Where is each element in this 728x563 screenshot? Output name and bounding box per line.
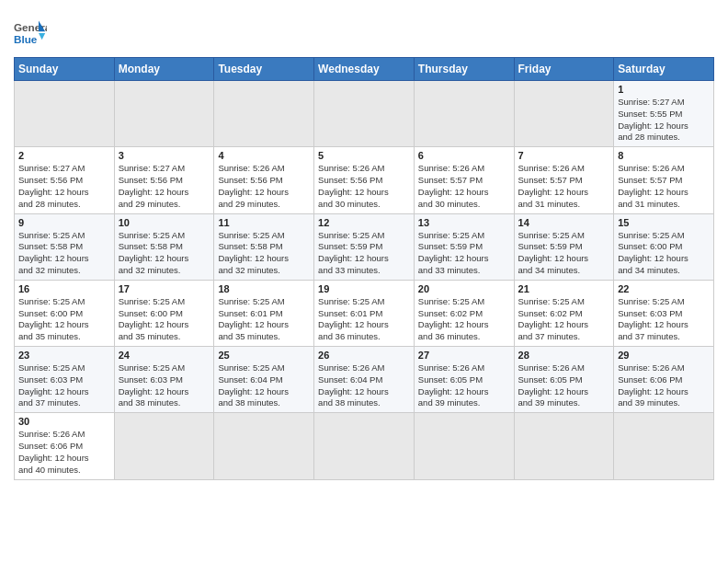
- day-number: 23: [18, 350, 110, 361]
- calendar-cell: 11Sunrise: 5:25 AMSunset: 5:58 PMDayligh…: [214, 213, 314, 280]
- svg-text:Blue: Blue: [14, 33, 38, 45]
- calendar-week: 9Sunrise: 5:25 AMSunset: 5:58 PMDaylight…: [15, 213, 714, 280]
- calendar-cell: 21Sunrise: 5:25 AMSunset: 6:02 PMDayligh…: [514, 280, 614, 346]
- day-info: Sunrise: 5:26 AMSunset: 5:57 PMDaylight:…: [618, 163, 710, 210]
- day-number: 20: [418, 283, 510, 294]
- day-number: 2: [18, 150, 110, 161]
- day-number: 9: [18, 217, 110, 228]
- calendar-cell: 13Sunrise: 5:25 AMSunset: 5:59 PMDayligh…: [414, 213, 514, 280]
- calendar-cell: [414, 413, 514, 479]
- day-number: 8: [618, 150, 710, 161]
- calendar-cell: 22Sunrise: 5:25 AMSunset: 6:03 PMDayligh…: [614, 280, 714, 346]
- day-info: Sunrise: 5:26 AMSunset: 5:57 PMDaylight:…: [418, 163, 510, 210]
- day-number: 12: [318, 217, 410, 228]
- calendar-cell: 30Sunrise: 5:26 AMSunset: 6:06 PMDayligh…: [15, 413, 115, 479]
- day-number: 11: [218, 217, 310, 228]
- calendar-cell: 28Sunrise: 5:26 AMSunset: 6:05 PMDayligh…: [514, 347, 614, 413]
- calendar-week: 30Sunrise: 5:26 AMSunset: 6:06 PMDayligh…: [15, 413, 714, 479]
- calendar-cell: 20Sunrise: 5:25 AMSunset: 6:02 PMDayligh…: [414, 280, 514, 346]
- weekday-header: Monday: [114, 58, 214, 81]
- page-header: General Blue: [14, 9, 714, 50]
- calendar-cell: 16Sunrise: 5:25 AMSunset: 6:00 PMDayligh…: [15, 280, 115, 346]
- day-number: 27: [418, 350, 510, 361]
- logo: General Blue: [14, 17, 47, 50]
- day-number: 4: [218, 150, 310, 161]
- calendar-week: 2Sunrise: 5:27 AMSunset: 5:56 PMDaylight…: [15, 147, 714, 213]
- day-number: 19: [318, 283, 410, 294]
- calendar-cell: 2Sunrise: 5:27 AMSunset: 5:56 PMDaylight…: [15, 147, 115, 213]
- calendar-cell: [314, 81, 415, 147]
- day-number: 17: [119, 283, 210, 294]
- calendar-week: 23Sunrise: 5:25 AMSunset: 6:03 PMDayligh…: [15, 347, 714, 413]
- day-info: Sunrise: 5:26 AMSunset: 6:05 PMDaylight:…: [518, 362, 610, 409]
- calendar-cell: [314, 413, 415, 479]
- day-number: 6: [418, 150, 510, 161]
- day-info: Sunrise: 5:26 AMSunset: 5:56 PMDaylight:…: [318, 163, 410, 210]
- day-info: Sunrise: 5:25 AMSunset: 6:03 PMDaylight:…: [119, 362, 210, 409]
- day-info: Sunrise: 5:25 AMSunset: 5:58 PMDaylight:…: [18, 230, 110, 277]
- weekday-header: Sunday: [15, 58, 115, 81]
- calendar-cell: 19Sunrise: 5:25 AMSunset: 6:01 PMDayligh…: [314, 280, 415, 346]
- day-info: Sunrise: 5:25 AMSunset: 6:04 PMDaylight:…: [218, 362, 310, 409]
- day-number: 18: [218, 283, 310, 294]
- day-number: 22: [618, 283, 710, 294]
- day-number: 30: [18, 416, 110, 427]
- calendar-cell: 24Sunrise: 5:25 AMSunset: 6:03 PMDayligh…: [114, 347, 214, 413]
- weekday-header: Friday: [514, 58, 614, 81]
- day-number: 29: [618, 350, 710, 361]
- calendar-cell: [514, 81, 614, 147]
- day-info: Sunrise: 5:25 AMSunset: 6:02 PMDaylight:…: [518, 296, 610, 343]
- calendar-header: SundayMondayTuesdayWednesdayThursdayFrid…: [15, 58, 714, 81]
- day-info: Sunrise: 5:26 AMSunset: 6:05 PMDaylight:…: [418, 362, 510, 409]
- calendar-cell: 18Sunrise: 5:25 AMSunset: 6:01 PMDayligh…: [214, 280, 314, 346]
- day-info: Sunrise: 5:25 AMSunset: 5:59 PMDaylight:…: [518, 230, 610, 277]
- day-info: Sunrise: 5:25 AMSunset: 6:01 PMDaylight:…: [218, 296, 310, 343]
- day-number: 28: [518, 350, 610, 361]
- day-number: 5: [318, 150, 410, 161]
- day-number: 10: [119, 217, 210, 228]
- calendar-cell: 3Sunrise: 5:27 AMSunset: 5:56 PMDaylight…: [114, 147, 214, 213]
- day-info: Sunrise: 5:25 AMSunset: 6:02 PMDaylight:…: [418, 296, 510, 343]
- calendar-cell: 12Sunrise: 5:25 AMSunset: 5:59 PMDayligh…: [314, 213, 415, 280]
- day-info: Sunrise: 5:26 AMSunset: 6:06 PMDaylight:…: [618, 362, 710, 409]
- calendar-cell: 9Sunrise: 5:25 AMSunset: 5:58 PMDaylight…: [15, 213, 115, 280]
- weekday-header: Wednesday: [314, 58, 415, 81]
- day-number: 16: [18, 283, 110, 294]
- day-info: Sunrise: 5:25 AMSunset: 5:58 PMDaylight:…: [119, 230, 210, 277]
- weekday-header: Tuesday: [214, 58, 314, 81]
- calendar-cell: 1Sunrise: 5:27 AMSunset: 5:55 PMDaylight…: [614, 81, 714, 147]
- day-number: 13: [418, 217, 510, 228]
- calendar-cell: 7Sunrise: 5:26 AMSunset: 5:57 PMDaylight…: [514, 147, 614, 213]
- calendar-cell: [114, 413, 214, 479]
- day-info: Sunrise: 5:26 AMSunset: 5:57 PMDaylight:…: [518, 163, 610, 210]
- calendar-cell: 27Sunrise: 5:26 AMSunset: 6:05 PMDayligh…: [414, 347, 514, 413]
- day-number: 3: [119, 150, 210, 161]
- day-info: Sunrise: 5:25 AMSunset: 6:03 PMDaylight:…: [618, 296, 710, 343]
- day-number: 24: [119, 350, 210, 361]
- calendar-cell: 8Sunrise: 5:26 AMSunset: 5:57 PMDaylight…: [614, 147, 714, 213]
- calendar-week: 1Sunrise: 5:27 AMSunset: 5:55 PMDaylight…: [15, 81, 714, 147]
- day-info: Sunrise: 5:25 AMSunset: 6:03 PMDaylight:…: [18, 362, 110, 409]
- calendar-cell: 25Sunrise: 5:25 AMSunset: 6:04 PMDayligh…: [214, 347, 314, 413]
- day-info: Sunrise: 5:25 AMSunset: 5:59 PMDaylight:…: [318, 230, 410, 277]
- day-info: Sunrise: 5:25 AMSunset: 6:00 PMDaylight:…: [18, 296, 110, 343]
- day-number: 15: [618, 217, 710, 228]
- day-info: Sunrise: 5:27 AMSunset: 5:56 PMDaylight:…: [18, 163, 110, 210]
- day-info: Sunrise: 5:25 AMSunset: 6:00 PMDaylight:…: [618, 230, 710, 277]
- day-info: Sunrise: 5:27 AMSunset: 5:55 PMDaylight:…: [618, 97, 710, 144]
- day-info: Sunrise: 5:25 AMSunset: 5:59 PMDaylight:…: [418, 230, 510, 277]
- svg-marker-3: [39, 33, 45, 40]
- day-number: 7: [518, 150, 610, 161]
- day-number: 26: [318, 350, 410, 361]
- day-number: 21: [518, 283, 610, 294]
- calendar-cell: [114, 81, 214, 147]
- calendar-body: 1Sunrise: 5:27 AMSunset: 5:55 PMDaylight…: [15, 81, 714, 480]
- calendar-cell: [614, 413, 714, 479]
- calendar-cell: [514, 413, 614, 479]
- calendar-cell: 29Sunrise: 5:26 AMSunset: 6:06 PMDayligh…: [614, 347, 714, 413]
- weekday-header: Thursday: [414, 58, 514, 81]
- day-info: Sunrise: 5:25 AMSunset: 5:58 PMDaylight:…: [218, 230, 310, 277]
- calendar-cell: 5Sunrise: 5:26 AMSunset: 5:56 PMDaylight…: [314, 147, 415, 213]
- day-info: Sunrise: 5:26 AMSunset: 6:06 PMDaylight:…: [18, 429, 110, 476]
- calendar-cell: 23Sunrise: 5:25 AMSunset: 6:03 PMDayligh…: [15, 347, 115, 413]
